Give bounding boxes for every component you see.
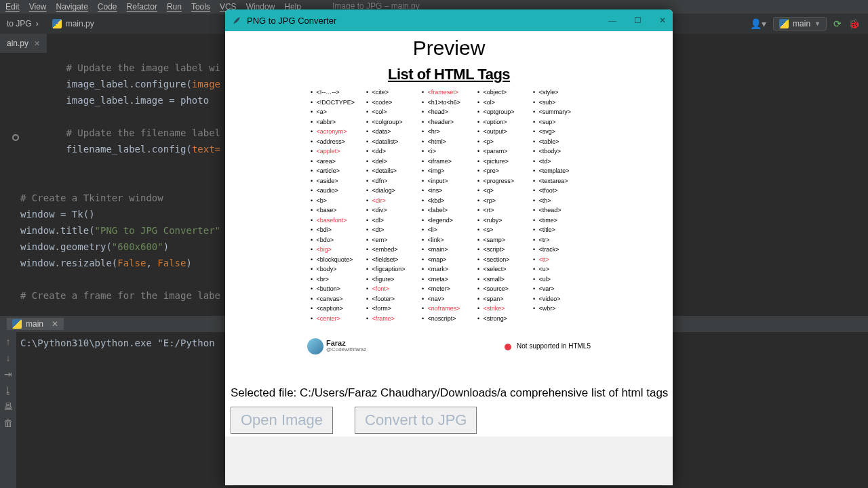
trash-icon[interactable]: 🗑: [3, 418, 13, 428]
tk-body: Preview List of HTML Tags • <!--…-->• <!…: [225, 31, 673, 436]
close-icon[interactable]: ✕: [659, 16, 666, 26]
tag-item: • <table>: [533, 137, 587, 147]
wrap-icon[interactable]: ⇥: [4, 369, 12, 380]
tag-item: • <cite>: [366, 87, 420, 98]
export-icon[interactable]: ⭳: [3, 385, 13, 396]
menu-tools[interactable]: Tools: [191, 2, 210, 12]
tag-item: • <thead>: [533, 205, 587, 216]
tag-item: • <tr>: [533, 235, 587, 245]
user-icon[interactable]: 👤▾: [750, 18, 766, 29]
rerun-icon[interactable]: ⟳: [833, 18, 842, 29]
tag-item: • <s>: [477, 225, 532, 235]
tag-item: • <details>: [366, 166, 420, 176]
tag-item: • <hr>: [422, 127, 476, 137]
preview-author: Faraz @Codewithfaraz: [307, 338, 366, 354]
tag-item: • <summary>: [533, 107, 587, 117]
tag-item: • <samp>: [477, 235, 532, 245]
tag-item: • <strong>: [477, 314, 532, 324]
tag-item: • <bdi>: [311, 225, 365, 235]
open-image-button[interactable]: Open Image: [231, 407, 333, 434]
tag-item: • <li>: [422, 225, 476, 235]
run-tab[interactable]: main ✕: [7, 318, 64, 330]
tag-column: • <cite>• <code>• <col>• <colgroup>• <da…: [366, 87, 420, 323]
tag-item: • <sub>: [533, 98, 587, 108]
tag-item: • <head>: [422, 107, 476, 117]
menu-refactor[interactable]: Refactor: [127, 2, 157, 12]
close-icon[interactable]: ✕: [52, 319, 58, 329]
tag-item: • <del>: [366, 157, 420, 167]
close-icon[interactable]: ✕: [34, 39, 40, 48]
tag-item: • <br>: [311, 274, 365, 285]
print-icon[interactable]: 🖶: [3, 401, 13, 412]
minimize-icon[interactable]: —: [608, 16, 616, 26]
convert-to-jpg-button[interactable]: Convert to JPG: [355, 407, 477, 434]
tag-item: • <bdo>: [311, 235, 365, 245]
tag-item: • <applet>: [311, 146, 365, 157]
menu-view[interactable]: View: [29, 2, 47, 12]
preview-image: List of HTML Tags • <!--…-->• <!DOCTYPE>…: [300, 62, 598, 361]
run-config-selector[interactable]: main ▼: [773, 17, 827, 30]
menu-code[interactable]: Code: [98, 2, 117, 12]
python-icon: [52, 19, 62, 28]
tag-item: • <div>: [366, 205, 420, 216]
tag-item: • <q>: [477, 186, 532, 196]
run-console-toolbar: ↑ ↓ ⇥ ⭳ 🖶 🗑: [0, 332, 16, 488]
tag-item: • <dir>: [366, 196, 420, 206]
tag-item: • <dfn>: [366, 176, 420, 186]
menu-edit[interactable]: Edit: [5, 2, 20, 12]
tag-item: • <dialog>: [366, 186, 420, 196]
tag-column: • <frameset>• <h1>to<h6>• <head>• <heade…: [422, 87, 476, 323]
tag-item: • <!DOCTYPE>: [311, 98, 365, 108]
tag-item: • <frameset>: [422, 87, 476, 98]
tag-item: • <img>: [422, 166, 476, 176]
tag-item: • <link>: [422, 235, 476, 245]
tag-column: • <object>• <ol>• <optgroup>• <option>• …: [477, 87, 532, 323]
tag-item: • <caption>: [311, 304, 365, 314]
tag-item: • <acronym>: [311, 127, 365, 137]
console-output[interactable]: C:\Python310\python.exe "E:/Python: [20, 338, 215, 348]
tag-item: • <article>: [311, 166, 365, 176]
tag-item: • <sup>: [533, 117, 587, 127]
tag-item: • <em>: [366, 235, 420, 245]
tag-item: • <blockquote>: [311, 255, 365, 265]
file-chip[interactable]: main.py: [45, 19, 101, 28]
tag-item: • <legend>: [422, 216, 476, 226]
tag-item: • <span>: [477, 294, 532, 304]
tag-item: • <script>: [477, 245, 532, 255]
down-icon[interactable]: ↓: [6, 352, 11, 363]
tag-item: • <footer>: [366, 294, 420, 304]
tag-item: • <noframes>: [422, 304, 476, 314]
tag-item: • <time>: [533, 216, 587, 226]
python-icon: [779, 19, 789, 28]
run-config-name: main: [793, 19, 810, 28]
tag-item: • <main>: [422, 245, 476, 255]
up-icon[interactable]: ↑: [6, 336, 11, 347]
gutter-breakpoint-icon[interactable]: [12, 134, 19, 141]
tag-item: • <meta>: [422, 274, 476, 285]
maximize-icon[interactable]: ☐: [634, 16, 642, 26]
selected-file-label: Selected file: C:/Users/Faraz Chaudhary/…: [228, 361, 670, 404]
tkinter-window: PNG to JPG Converter — ☐ ✕ Preview List …: [225, 9, 673, 485]
tag-item: • <abbr>: [311, 117, 365, 127]
tag-item: • <textarea>: [533, 176, 587, 186]
tag-item: • <kbd>: [422, 196, 476, 206]
tag-item: • <body>: [311, 264, 365, 274]
tag-item: • <big>: [311, 245, 365, 255]
tag-item: • <figcaption>: [366, 264, 420, 274]
bug-icon[interactable]: 🐞: [848, 18, 860, 29]
tag-column: • <!--…-->• <!DOCTYPE>• <a>• <abbr>• <ac…: [311, 87, 365, 323]
chevron-down-icon: ▼: [814, 20, 821, 27]
tag-item: • <!--…-->: [311, 87, 365, 98]
author-name: Faraz: [326, 340, 366, 346]
menu-navigate[interactable]: Navigate: [56, 2, 87, 12]
tag-item: • <tfoot>: [533, 186, 587, 196]
tag-item: • <picture>: [477, 157, 532, 167]
project-chip[interactable]: to JPG ›: [0, 19, 45, 28]
editor-tab[interactable]: ain.py ✕: [0, 34, 47, 53]
project-chip-label: to JPG: [7, 19, 32, 28]
tk-titlebar[interactable]: PNG to JPG Converter — ☐ ✕: [225, 9, 673, 31]
tag-item: • <optgroup>: [477, 107, 532, 117]
tag-item: • <ins>: [422, 186, 476, 196]
tag-item: • <svg>: [533, 127, 587, 137]
menu-run[interactable]: Run: [167, 2, 182, 12]
